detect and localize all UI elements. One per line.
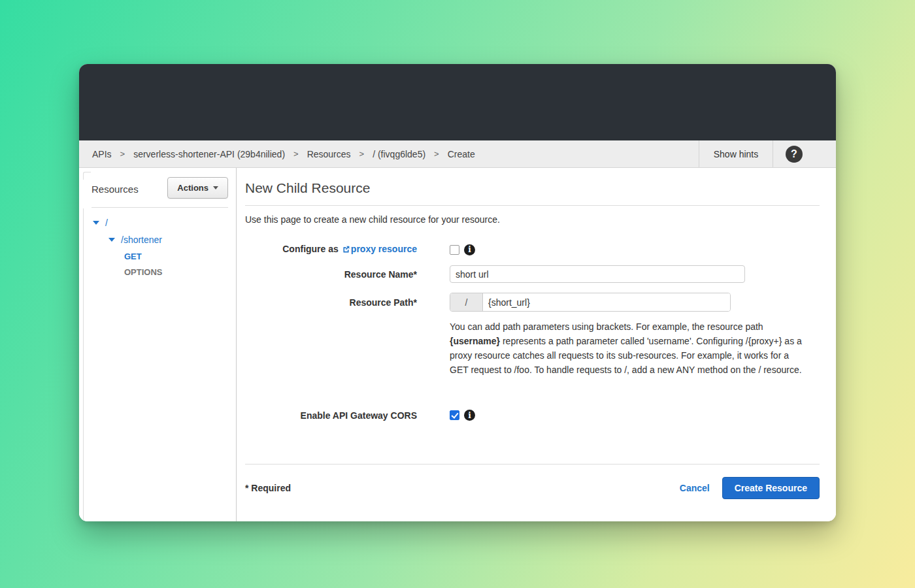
breadcrumb-item-root-resource[interactable]: / (fivqg6lde5) [373,149,425,159]
show-hints-label: Show hints [714,149,758,159]
proxy-resource-link[interactable]: proxy resource [351,244,417,254]
configure-as-label: Configure asproxy resource [245,244,417,255]
path-help-row: You can add path parameters using bracke… [245,319,820,377]
breadcrumb-item-resources[interactable]: Resources [307,149,351,159]
path-prefix: / [450,293,483,311]
tree-item-shortener[interactable]: /shortener [79,231,236,248]
resource-name-input[interactable] [450,265,745,283]
resource-name-label: Resource Name* [245,269,417,280]
show-hints-button[interactable]: Show hints [699,140,773,167]
page-title: New Child Resource [245,180,820,196]
title-divider [245,205,820,206]
path-help-bold: {username} [450,336,500,346]
caret-down-icon[interactable] [93,221,99,225]
path-help-before: You can add path parameters using bracke… [450,321,763,332]
help-icon[interactable]: ? [786,146,803,163]
resource-path-control: / [450,293,820,312]
caret-down-icon [213,186,218,189]
intro-text: Use this page to create a new child reso… [245,214,820,225]
breadcrumb-item-apis[interactable]: APIs [92,149,112,159]
cors-row: Enable API Gateway CORS i [245,410,820,421]
new-resource-form: Configure asproxy resource i Resource Na… [245,244,820,421]
create-resource-button[interactable]: Create Resource [722,477,820,499]
resource-name-row: Resource Name* [245,265,820,283]
breadcrumb-item-create: Create [448,149,475,159]
help-section: ? [773,140,836,167]
main-pane: New Child Resource Use this page to crea… [237,168,836,521]
breadcrumb-item-api-name[interactable]: serverless-shortener-API (29b4nilied) [133,149,285,159]
cors-label: Enable API Gateway CORS [245,410,417,421]
actions-button-label: Actions [177,183,208,193]
cors-checkbox[interactable] [450,410,459,420]
external-link-icon [342,245,350,255]
resource-path-row: Resource Path* / [245,293,820,312]
path-help-text: You can add path parameters using bracke… [450,319,809,377]
info-icon[interactable]: i [464,244,475,255]
actions-button[interactable]: Actions [167,177,228,199]
path-help-after: represents a path parameter called 'user… [450,336,802,375]
resource-name-control [450,265,820,283]
resources-sidebar: Resources Actions / /shortener GET [79,168,237,521]
breadcrumb-bar: APIs > serverless-shortener-API (29b4nil… [79,140,836,168]
app-window: APIs > serverless-shortener-API (29b4nil… [79,64,836,521]
breadcrumb-separator: > [293,149,299,159]
form-footer: * Required Cancel Create Resource [245,477,820,499]
breadcrumb-separator: > [434,149,439,159]
resource-tree: / /shortener GET OPTIONS [79,214,236,280]
cancel-button[interactable]: Cancel [680,483,710,493]
configure-as-row: Configure asproxy resource i [245,244,820,255]
sidebar-divider [92,207,228,208]
caret-down-icon[interactable] [108,238,115,242]
breadcrumb: APIs > serverless-shortener-API (29b4nil… [79,149,699,159]
configure-as-control: i [450,244,820,255]
breadcrumb-separator: > [120,149,125,159]
proxy-resource-checkbox[interactable] [450,245,459,255]
sidebar-title: Resources [92,184,139,195]
panel-edge-corner [83,172,91,180]
window-titlebar [79,64,836,140]
tree-item-options-method[interactable]: OPTIONS [79,264,236,280]
cors-control: i [450,410,820,421]
tree-item-root[interactable]: / [79,214,236,231]
tree-item-label: /shortener [121,235,162,245]
resource-path-group: / [450,293,731,312]
footer-divider [245,464,820,465]
tree-item-get-method[interactable]: GET [79,248,236,264]
configure-as-label-text: Configure as [282,244,339,254]
info-icon[interactable]: i [464,410,475,421]
breadcrumb-separator: > [359,149,365,159]
footer-actions: Cancel Create Resource [680,477,820,499]
resource-path-input[interactable] [483,293,730,311]
content-area: Resources Actions / /shortener GET [79,168,836,521]
tree-item-label: GET [124,252,142,261]
tree-item-label: / [105,218,108,228]
resource-path-label: Resource Path* [245,297,417,308]
tree-item-label: OPTIONS [124,267,163,277]
required-note: * Required [245,483,291,493]
